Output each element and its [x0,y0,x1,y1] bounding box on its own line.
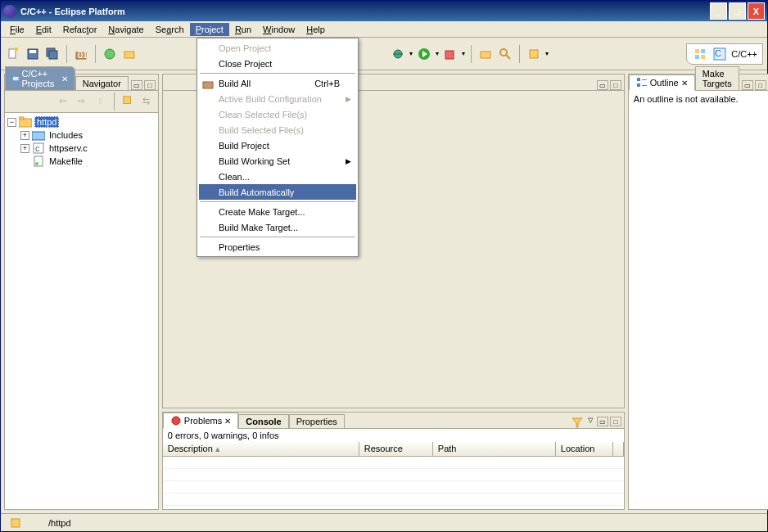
menu-build-all[interactable]: Build All Ctrl+B [199,75,356,91]
close-icon[interactable]: ✕ [224,417,231,426]
dropdown-arrow-icon[interactable]: ▾ [462,50,465,57]
collapse-all-icon[interactable] [120,92,136,109]
col-location[interactable]: Location [556,442,613,456]
tab-outline[interactable]: Outline ✕ [629,74,695,91]
statusbar: /httpd [1,513,767,531]
maximize-panel-button[interactable]: □ [755,80,766,90]
close-button[interactable]: X [748,2,765,20]
tree-httpserv[interactable]: + c httpserv.c [7,142,156,155]
new-folder-icon[interactable] [121,46,138,62]
table-row[interactable] [163,457,624,469]
close-icon[interactable]: ✕ [681,79,688,88]
menu-project[interactable]: Project [190,23,229,36]
tab-problems[interactable]: Problems ✕ [163,413,238,429]
titlebar[interactable]: C/C++ - Eclipse Platform _ □ X [1,1,767,21]
tree-makefile[interactable]: Makefile [7,155,156,168]
forward-icon[interactable]: ⇨ [74,92,90,109]
menu-build-project[interactable]: Build Project [199,138,356,153]
tree-label[interactable]: httpserv.c [47,143,89,153]
menu-properties[interactable]: Properties [199,239,356,255]
open-perspective-icon[interactable] [692,46,708,62]
menu-run[interactable]: Run [229,23,257,36]
dropdown-arrow-icon[interactable]: ▾ [545,50,549,57]
tab-make-targets[interactable]: Make Targets [695,66,739,90]
tree-root[interactable]: − httpd [7,115,156,128]
table-row[interactable] [163,469,624,481]
new-icon[interactable] [5,46,21,62]
submenu-arrow-icon: ▶ [346,95,351,103]
dropdown-arrow-icon[interactable]: ▾ [436,50,439,57]
status-icon[interactable] [7,515,24,531]
menu-clean[interactable]: Clean... [199,169,356,184]
menu-build-make-target[interactable]: Build Make Target... [199,219,356,235]
maximize-panel-button[interactable]: □ [610,417,621,426]
cpp-perspective-icon[interactable]: C [712,46,728,62]
menu-create-make-target[interactable]: Create Make Target... [199,204,356,219]
menu-build-automatically[interactable]: Build Automatically [199,184,356,200]
tab-cpp-projects[interactable]: C/C++ Projects ✕ [5,66,75,90]
search-icon[interactable] [497,46,513,62]
toolbar-separator [114,92,115,110]
table-row[interactable] [163,494,624,506]
svg-line-17 [506,55,510,59]
col-description[interactable]: Description ▴ [163,442,359,456]
perspective-label[interactable]: C/C++ [731,49,757,59]
menu-window[interactable]: Window [257,23,300,36]
menu-help[interactable]: Help [300,23,331,36]
new-class-icon[interactable] [102,46,118,62]
external-tools-icon[interactable] [442,46,459,62]
link-editor-icon[interactable]: ⇆ [138,92,155,109]
maximize-panel-button[interactable]: □ [144,80,156,90]
save-all-icon[interactable] [44,46,61,62]
tab-console[interactable]: Console [238,414,288,428]
tab-navigator[interactable]: Navigator [75,76,129,90]
col-resource[interactable]: Resource [359,442,433,456]
annotation-icon[interactable] [526,46,542,62]
maximize-panel-button[interactable]: □ [610,80,621,90]
tree-collapse-icon[interactable]: − [7,118,16,127]
menu-edit[interactable]: Edit [30,23,57,36]
tree-includes[interactable]: + Includes [7,128,156,142]
minimize-panel-button[interactable]: ▭ [131,80,142,90]
menu-clean-selected[interactable]: Clean Selected File(s) [199,106,356,122]
projects-panel: C/C++ Projects ✕ Navigator ▭ □ ⇦ ⇨ ⇧ ⇆ [4,74,159,510]
menu-navigate[interactable]: Navigate [102,23,149,36]
dropdown-arrow-icon[interactable]: ▾ [409,50,413,57]
menu-open-project[interactable]: Open Project [199,40,356,56]
build-icon[interactable]: 010 [73,46,89,62]
minimize-panel-button[interactable]: ▭ [742,80,753,90]
up-icon[interactable]: ⇧ [93,92,109,109]
menu-search[interactable]: Search [150,23,190,36]
minimize-panel-button[interactable]: ▭ [597,417,608,426]
toolbar-separator [471,45,472,63]
save-icon[interactable] [25,46,41,62]
close-icon[interactable]: ✕ [61,74,68,83]
tree-label[interactable]: httpd [34,116,59,128]
menu-close-project[interactable]: Close Project [199,56,356,71]
problems-rows[interactable] [163,457,624,509]
filter-icon[interactable] [571,417,584,428]
menu-refactor[interactable]: Refactor [57,23,103,36]
cpp-projects-icon [12,73,19,84]
tree-label[interactable]: Makefile [47,156,84,166]
problems-icon [170,415,182,426]
minimize-button[interactable]: _ [710,2,727,20]
menu-build-working-set[interactable]: Build Working Set▶ [199,153,356,169]
table-row[interactable] [163,481,624,494]
run-icon[interactable] [416,46,432,62]
maximize-button[interactable]: □ [729,2,746,20]
tab-properties[interactable]: Properties [289,414,345,428]
project-tree[interactable]: − httpd + Includes + c httpserv.c [5,113,158,509]
tree-expand-icon[interactable]: + [20,131,29,140]
menu-build-selected[interactable]: Build Selected File(s) [199,122,356,138]
back-icon[interactable]: ⇦ [55,92,71,109]
debug-icon[interactable] [390,46,406,62]
menu-file[interactable]: File [4,23,30,36]
minimize-panel-button[interactable]: ▭ [597,80,608,90]
menu-active-build-config[interactable]: Active Build Configuration▶ [199,91,356,106]
col-path[interactable]: Path [433,442,556,456]
view-menu-icon[interactable]: ▽ [585,417,595,428]
tree-label[interactable]: Includes [47,130,84,140]
tree-expand-icon[interactable]: + [20,144,29,153]
open-type-icon[interactable] [477,46,494,62]
